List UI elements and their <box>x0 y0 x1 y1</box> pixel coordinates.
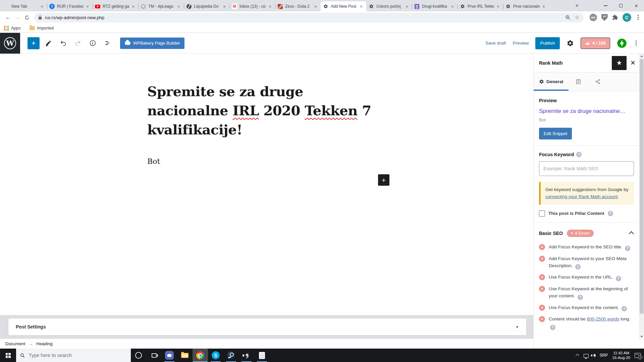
tab-social[interactable] <box>588 72 607 91</box>
taskbar-app-discord[interactable] <box>162 349 177 362</box>
taskbar-app-skype[interactable] <box>208 349 223 362</box>
tab-close-icon[interactable]: × <box>313 4 318 9</box>
taskbar-app-explorer[interactable] <box>177 349 193 362</box>
profile-avatar[interactable]: C <box>623 13 631 22</box>
tab-close-icon[interactable]: × <box>39 4 45 9</box>
browser-tab[interactable]: Prve IRL Tekke × <box>458 1 503 11</box>
browser-tab[interactable]: Zeus - Dota 2 × <box>275 1 321 11</box>
block-navigation-button[interactable] <box>101 37 113 49</box>
taskbar-app-audio[interactable] <box>239 349 254 362</box>
post-paragraph[interactable]: Bot <box>147 157 386 166</box>
tab-close-icon[interactable]: × <box>541 4 546 9</box>
breadcrumb-document[interactable]: Document <box>5 341 25 346</box>
chrome-menu-icon[interactable] <box>636 14 641 21</box>
taskbar-search[interactable] <box>16 349 131 362</box>
help-icon[interactable]: ? <box>622 306 627 311</box>
reload-button[interactable] <box>22 13 32 22</box>
browser-tab[interactable]: RTZ getting ga × <box>93 1 138 11</box>
tab-close-icon[interactable]: × <box>130 4 136 9</box>
window-maximize-button[interactable] <box>613 0 629 11</box>
wordpress-logo-button[interactable]: W <box>0 33 20 54</box>
breadcrumb-heading[interactable]: Heading <box>36 341 52 346</box>
content-structure-button[interactable] <box>87 37 99 49</box>
wpbakery-page-builder-button[interactable]: WPBakery Page Builder <box>120 38 184 49</box>
jetpack-icon[interactable] <box>617 38 627 48</box>
scroll-up-arrow[interactable] <box>639 54 644 59</box>
help-icon[interactable]: ? <box>578 295 583 300</box>
redo-button[interactable] <box>72 37 84 49</box>
browser-tab[interactable]: Add New Post × <box>321 1 366 11</box>
tab-general[interactable]: General <box>534 72 569 91</box>
tab-close-icon[interactable]: × <box>450 4 455 9</box>
taskbar-app-taskview[interactable] <box>146 349 162 362</box>
focus-keyword-input[interactable] <box>539 161 634 176</box>
settings-gear-icon[interactable] <box>567 40 574 47</box>
bookmark-star-icon[interactable]: ☆ <box>575 15 579 20</box>
help-icon[interactable]: ? <box>575 264 581 269</box>
help-icon[interactable]: ? <box>616 276 621 281</box>
add-block-button[interactable]: + <box>28 37 40 49</box>
help-icon[interactable]: ? <box>625 246 630 251</box>
browser-tab[interactable]: New Tab × <box>1 1 47 11</box>
save-draft-button[interactable]: Save draft <box>485 41 506 46</box>
error-words-link[interactable]: 600-2500 words <box>587 316 619 321</box>
chevron-up-icon[interactable] <box>629 231 634 237</box>
browser-tab[interactable]: Prve nacionaln × <box>503 1 549 11</box>
scroll-down-arrow[interactable] <box>639 334 644 339</box>
taskbar-app-steam[interactable] <box>223 349 239 362</box>
new-tab-button[interactable]: + <box>572 1 582 10</box>
notification-center-icon[interactable]: 1 <box>635 353 641 358</box>
edit-snippet-button[interactable]: Edit Snippet <box>539 128 572 139</box>
sidebar-scrollbar[interactable] <box>639 54 644 339</box>
forward-button[interactable]: → <box>13 13 22 22</box>
tab-close-icon[interactable]: × <box>176 4 181 9</box>
taskbar-app-notepad[interactable] <box>254 349 270 362</box>
browser-tab[interactable]: f RUR | Faceboo × <box>47 1 93 11</box>
tab-close-icon[interactable]: × <box>222 4 227 9</box>
zoom-icon[interactable] <box>565 15 571 20</box>
tab-close-icon[interactable]: × <box>85 4 90 9</box>
post-settings-panel[interactable]: Post Settings ▼ <box>8 318 527 336</box>
pin-star-button[interactable]: ★ <box>612 56 627 70</box>
tab-close-icon[interactable]: × <box>404 4 410 9</box>
puzzle-extensions-icon[interactable] <box>612 14 618 20</box>
scrollbar-thumb[interactable] <box>640 59 644 314</box>
block-inserter-button[interactable]: + <box>378 174 389 186</box>
bookmark-apps[interactable]: Apps <box>4 26 21 31</box>
basic-seo-header[interactable]: Basic SEO ×6 Errors <box>539 230 634 237</box>
browser-tab[interactable]: Liquipedia Do × <box>184 1 229 11</box>
address-bar[interactable]: rur.rs/wp-admin/post-new.php ☆ <box>34 13 584 22</box>
start-button[interactable] <box>0 349 16 362</box>
browser-tab[interactable]: Uskoro počinj × <box>366 1 412 11</box>
post-title[interactable]: Spremite se za druge nacionalne IRL 2020… <box>147 82 386 139</box>
tab-close-icon[interactable]: × <box>359 4 364 9</box>
bookmark-imported-folder[interactable]: Imported <box>30 26 54 31</box>
back-button[interactable]: ← <box>3 13 13 22</box>
rank-math-score-badge[interactable]: 4 / 100 <box>581 38 610 49</box>
ublock-extension-icon[interactable]: uO <box>601 14 608 21</box>
taskbar-app-chrome[interactable] <box>193 349 208 362</box>
sidebar-close-button[interactable]: ✕ <box>627 56 639 70</box>
window-close-button[interactable]: × <box>629 0 644 11</box>
network-icon[interactable] <box>584 354 589 358</box>
connect-account-link[interactable]: connecting your Rank Math account <box>545 194 618 199</box>
editor-more-menu-icon[interactable] <box>634 40 639 47</box>
adblock-extension-icon[interactable]: ABP <box>590 14 597 21</box>
window-minimize-button[interactable] <box>598 0 613 11</box>
tab-close-icon[interactable]: × <box>267 4 273 9</box>
clock[interactable]: 11:42 AM 16-Aug-20 <box>612 351 630 360</box>
search-input[interactable] <box>28 352 127 358</box>
help-icon[interactable]: ? <box>550 325 555 330</box>
pillar-content-checkbox[interactable] <box>539 210 545 217</box>
language-indicator[interactable]: SRP <box>600 353 608 358</box>
help-icon[interactable]: ? <box>576 152 582 157</box>
help-icon[interactable]: ? <box>608 211 613 216</box>
browser-tab[interactable]: M Inbox (13) - co × <box>229 1 275 11</box>
tab-snippet[interactable] <box>569 72 588 91</box>
browser-tab[interactable]: Drugi kvalifika × <box>412 1 458 11</box>
publish-button[interactable]: Publish <box>535 37 559 49</box>
browser-tab[interactable]: TM - 4pLeagu × <box>138 1 184 11</box>
tray-chevron-up-icon[interactable] <box>576 354 579 358</box>
preview-button[interactable]: Preview <box>513 41 529 46</box>
taskbar-app-cortana[interactable] <box>131 349 146 362</box>
